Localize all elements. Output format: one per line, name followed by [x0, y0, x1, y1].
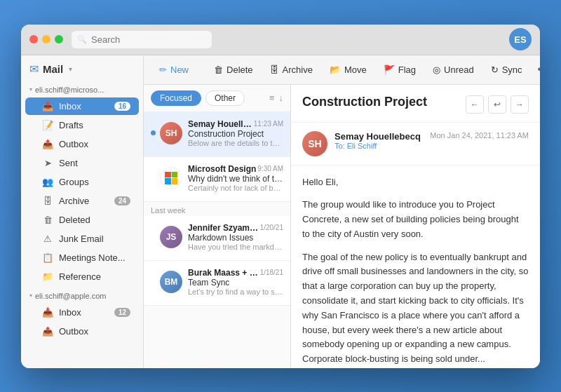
filter-icon[interactable]: ≡	[269, 93, 275, 103]
meta-info: Semay Houellebecq To: Eli Schiff	[334, 131, 430, 150]
unread-dot-2	[151, 175, 156, 180]
email-time-4: 1/18/21	[260, 269, 283, 276]
sidebar-item-groups[interactable]: 👥 Groups	[25, 173, 139, 191]
email-subject-4: Team Sync	[188, 278, 283, 288]
to-label: To:	[334, 142, 345, 150]
sidebar-item-junk-label: Junk Email	[59, 234, 104, 244]
sidebar: ✉ Mail ▾ ▾ eli.schiff@microso... 📥 Inbox…	[21, 55, 144, 368]
sidebar-item-deleted[interactable]: 🗑 Deleted	[25, 211, 139, 229]
email-item-1[interactable]: SH Semay Houellebecq 11:23 AM Constructi…	[144, 112, 290, 157]
sidebar-item-inbox-2-label: Inbox	[59, 307, 81, 318]
sidebar-item-deleted-label: Deleted	[59, 215, 90, 225]
search-wrapper: 🔍	[72, 31, 212, 48]
meta-avatar: SH	[302, 131, 327, 156]
delete-button[interactable]: 🗑 Delete	[207, 61, 260, 79]
unread-icon: ◎	[433, 65, 440, 75]
unread-button[interactable]: ◎ Unread	[426, 61, 481, 79]
reference-icon: 📁	[42, 271, 53, 282]
avatar-4: BM	[160, 271, 182, 293]
email-item-2-header: Microsoft Design 9:30 AM Why didn't we t…	[151, 164, 283, 192]
nav-back-button[interactable]: ←	[466, 95, 484, 114]
list-reading: Focused Other ≡ ↓ SH	[144, 85, 540, 368]
email-greeting: Hello Eli,	[302, 175, 529, 190]
archive-button[interactable]: 🗄 Archive	[263, 61, 320, 79]
sidebar-item-drafts[interactable]: 📝 Drafts	[25, 116, 139, 134]
sent-icon: ➤	[42, 158, 53, 168]
account-header-2[interactable]: ▾ eli.schiff@apple.com	[21, 289, 143, 303]
sort-icon[interactable]: ↓	[279, 93, 284, 103]
email-item-3[interactable]: JS Jennifer Szyamnski 1/20/21 Markdown I…	[144, 216, 290, 261]
avatar-2	[160, 167, 182, 189]
to-name: Eli Schiff	[347, 142, 377, 150]
email-time-2: 9:30 AM	[257, 165, 283, 173]
new-label: New	[170, 65, 189, 75]
unread-dot-4	[151, 279, 156, 284]
email-list: Focused Other ≡ ↓ SH	[144, 85, 291, 368]
drafts-icon: 📝	[42, 120, 53, 130]
email-preview-2: Certainly not for lack of budget...	[188, 184, 283, 192]
account-header-1[interactable]: ▾ eli.schiff@microso...	[21, 83, 143, 97]
archive-badge: 24	[114, 196, 130, 205]
mail-icon: ✉	[29, 62, 39, 76]
compose-icon: ✏	[159, 65, 167, 75]
email-item-1-header: SH Semay Houellebecq 11:23 AM Constructi…	[151, 119, 283, 147]
archive-icon: 🗄	[42, 196, 53, 206]
sidebar-item-inbox-2[interactable]: 📥 Inbox 12	[25, 304, 139, 321]
content-area: ✏ New 🗑 Delete 🗄 Archive 📂 Move 🚩	[144, 55, 540, 368]
sidebar-item-junk[interactable]: ⚠ Junk Email	[25, 230, 139, 248]
nav-reply-button[interactable]: ↩	[488, 95, 506, 114]
email-item-4[interactable]: BM Burak Maass + 2 others 1/18/21 Team S…	[144, 261, 290, 306]
flag-icon: 🚩	[384, 65, 395, 75]
meta-date: Mon Jan 24, 2021, 11:23 AM	[430, 131, 529, 140]
deleted-icon: 🗑	[42, 215, 53, 225]
other-tab[interactable]: Other	[205, 90, 245, 106]
email-sender-1: Semay Houellebecq	[188, 119, 254, 129]
account-name-2: eli.schiff@apple.com	[35, 292, 106, 300]
email-item-1-info: Semay Houellebecq 11:23 AM Construction …	[188, 119, 283, 147]
sidebar-item-inbox-label: Inbox	[59, 101, 81, 111]
search-input[interactable]	[72, 31, 212, 48]
flag-button[interactable]: 🚩 Flag	[377, 61, 423, 79]
email-preview-1: Below are the details to the Industria..…	[188, 139, 283, 147]
sidebar-item-outbox-2[interactable]: 📤 Outbox	[25, 323, 139, 340]
new-button[interactable]: ✏ New	[152, 61, 196, 79]
email-sender-3: Jennifer Szyamnski	[188, 223, 260, 233]
sidebar-header: ✉ Mail ▾	[21, 55, 143, 83]
email-meta: SH Semay Houellebecq To: Eli Schiff Mon …	[291, 123, 540, 165]
sidebar-item-archive[interactable]: 🗄 Archive 24	[25, 192, 139, 210]
outbox-2-icon: 📤	[42, 326, 53, 337]
account-chevron-icon: ▾	[29, 86, 32, 93]
meta-sender-name: Semay Houellebecq	[334, 131, 430, 142]
email-item-2[interactable]: Microsoft Design 9:30 AM Why didn't we t…	[144, 157, 290, 202]
sidebar-item-outbox[interactable]: 📤 Outbox	[25, 135, 139, 153]
fullscreen-button[interactable]	[55, 35, 63, 43]
sidebar-item-reference[interactable]: 📁 Reference	[25, 268, 139, 285]
avatar-1: SH	[160, 122, 182, 144]
more-button[interactable]: •••	[532, 60, 540, 79]
flag-label: Flag	[398, 65, 416, 75]
nav-forward-button[interactable]: →	[511, 95, 529, 114]
outbox-icon: 📤	[42, 139, 53, 149]
move-button[interactable]: 📂 Move	[323, 61, 374, 79]
sidebar-item-sent[interactable]: ➤ Sent	[25, 154, 139, 172]
email-preview-4: Let's try to find a way to schedule a...	[188, 288, 283, 296]
minimize-button[interactable]	[42, 35, 50, 43]
focused-tab[interactable]: Focused	[151, 90, 201, 106]
move-label: Move	[344, 65, 367, 75]
reading-nav: ← ↩ →	[466, 95, 529, 114]
inbox-2-badge: 12	[114, 308, 130, 317]
sync-button[interactable]: ↻ Sync	[484, 61, 529, 79]
chevron-down-icon: ▾	[69, 65, 72, 73]
sidebar-item-meetings[interactable]: 📋 Meetings Note...	[25, 249, 139, 266]
reading-pane: Construction Project ← ↩ → SH Semay Houe…	[291, 85, 540, 368]
delete-label: Delete	[227, 65, 253, 75]
inbox-2-icon: 📥	[42, 307, 53, 318]
sidebar-item-inbox[interactable]: 📥 Inbox 16	[25, 97, 139, 115]
inbox-badge: 16	[114, 102, 130, 111]
meta-to: To: Eli Schiff	[334, 142, 430, 150]
email-preview-3: Have you tried the markdown compil...	[188, 243, 283, 251]
sidebar-item-outbox-2-label: Outbox	[59, 326, 88, 337]
close-button[interactable]	[29, 35, 38, 43]
sidebar-item-drafts-label: Drafts	[59, 120, 83, 130]
section-label-last-week: Last week	[144, 202, 290, 216]
